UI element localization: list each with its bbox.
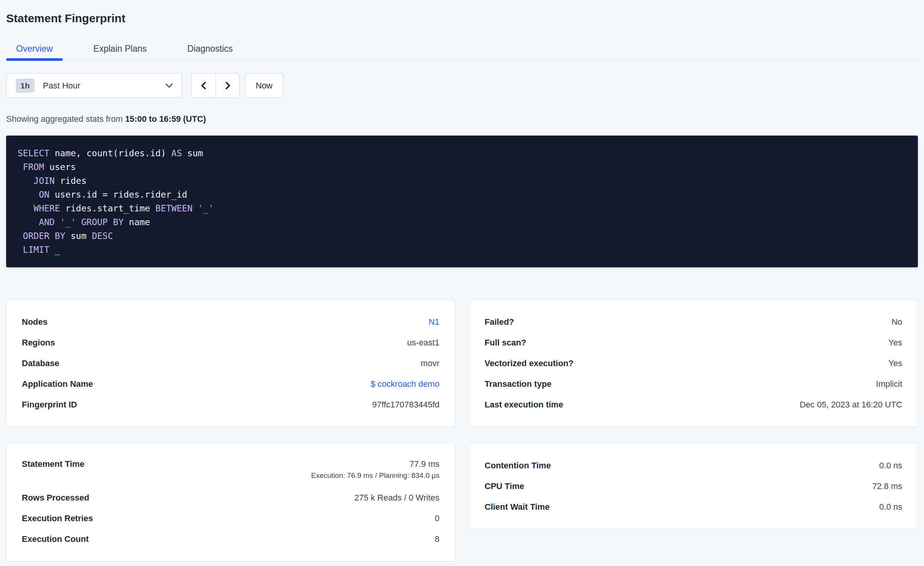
row-label: Full scan? bbox=[485, 338, 526, 348]
table-row: Client Wait Time 0.0 ns bbox=[485, 497, 902, 517]
row-label: Database bbox=[22, 358, 59, 368]
table-row: Regions us-east1 bbox=[22, 332, 439, 353]
sql-line: LIMIT _ bbox=[18, 243, 906, 257]
row-value: No bbox=[891, 317, 902, 327]
row-value: 0 bbox=[435, 514, 439, 523]
time-interval-badge: 1h bbox=[16, 79, 34, 93]
overview-card: Nodes N1 Regions us-east1 Database movr … bbox=[6, 300, 455, 427]
time-range-dropdown[interactable]: 1h Past Hour bbox=[6, 73, 182, 98]
tab-bar: Overview Explain Plans Diagnostics bbox=[6, 43, 918, 60]
table-row: Contention Time 0.0 ns bbox=[485, 455, 902, 476]
row-value: 275 k Reads / 0 Writes bbox=[354, 493, 439, 503]
row-value: movr bbox=[421, 358, 439, 368]
row-value: 0.0 ns bbox=[879, 461, 902, 471]
now-button[interactable]: Now bbox=[245, 73, 283, 98]
row-value: 97ffc170783445fd bbox=[372, 400, 439, 410]
row-value: Dec 05, 2023 at 16:20 UTC bbox=[800, 400, 902, 410]
row-value: Yes bbox=[888, 338, 902, 348]
next-interval-button[interactable] bbox=[215, 74, 239, 98]
row-subvalue: Execution: 76.9 ms / Planning: 834.0 µs bbox=[311, 470, 439, 481]
table-row: Last execution time Dec 05, 2023 at 16:2… bbox=[485, 394, 902, 415]
chevron-down-icon bbox=[165, 80, 173, 88]
chevron-right-icon bbox=[222, 82, 230, 90]
chevron-left-icon bbox=[201, 82, 209, 90]
row-label: Execution Retries bbox=[22, 514, 93, 523]
row-label: Rows Processed bbox=[22, 493, 89, 503]
row-label: Failed? bbox=[485, 317, 514, 327]
time-metrics-card: Contention Time 0.0 ns CPU Time 72.8 ms … bbox=[469, 443, 918, 529]
time-range-label: Past Hour bbox=[43, 81, 80, 91]
statement-fingerprint-page: Statement Fingerprint Overview Explain P… bbox=[0, 0, 924, 561]
table-row: CPU Time 72.8 ms bbox=[485, 476, 902, 497]
table-row: Rows Processed 275 k Reads / 0 Writes bbox=[22, 487, 439, 508]
row-label: Fingerprint ID bbox=[22, 400, 77, 410]
node-link[interactable]: N1 bbox=[429, 317, 439, 327]
row-label: Regions bbox=[22, 338, 55, 348]
row-label: Nodes bbox=[22, 317, 47, 327]
table-row: Full scan? Yes bbox=[485, 332, 902, 353]
table-row: Vectorized execution? Yes bbox=[485, 353, 902, 374]
row-label: CPU Time bbox=[485, 481, 524, 491]
time-toolbar: 1h Past Hour Now bbox=[6, 73, 918, 98]
row-value: Yes bbox=[888, 358, 902, 368]
row-label: Client Wait Time bbox=[485, 502, 550, 512]
detail-cards-grid: Nodes N1 Regions us-east1 Database movr … bbox=[6, 300, 918, 561]
row-value: 8 bbox=[435, 534, 439, 544]
row-value: 77.9 ms bbox=[410, 459, 439, 469]
aggregation-note: Showing aggregated stats from 15:00 to 1… bbox=[6, 114, 918, 124]
row-label: Transaction type bbox=[485, 379, 552, 389]
statement-stats-card: Statement Time 77.9 ms Execution: 76.9 m… bbox=[6, 443, 455, 561]
table-row: Execution Count 8 bbox=[22, 529, 439, 550]
row-label: Execution Count bbox=[22, 534, 89, 544]
sql-line: FROM users bbox=[18, 160, 906, 174]
row-label: Application Name bbox=[22, 379, 93, 389]
aggregation-note-prefix: Showing aggregated stats from bbox=[6, 114, 125, 124]
sql-line: JOIN rides bbox=[18, 174, 906, 188]
row-label: Vectorized execution? bbox=[485, 358, 573, 368]
table-row: Failed? No bbox=[485, 312, 902, 332]
row-label: Last execution time bbox=[485, 400, 563, 410]
row-value: us-east1 bbox=[407, 338, 439, 348]
table-row: Fingerprint ID 97ffc170783445fd bbox=[22, 394, 439, 415]
sql-line: ORDER BY sum DESC bbox=[18, 229, 906, 243]
app-name-link[interactable]: $ cockroach demo bbox=[371, 379, 439, 389]
tab-diagnostics[interactable]: Diagnostics bbox=[177, 43, 243, 59]
row-value: 0.0 ns bbox=[879, 502, 902, 512]
sql-line: WHERE rides.start_time BETWEEN '_' bbox=[18, 201, 906, 215]
aggregation-note-range: 15:00 to 16:59 (UTC) bbox=[125, 114, 206, 124]
row-label: Contention Time bbox=[485, 461, 551, 471]
table-row: Nodes N1 bbox=[22, 312, 439, 332]
table-row: Application Name $ cockroach demo bbox=[22, 374, 439, 394]
attributes-card: Failed? No Full scan? Yes Vectorized exe… bbox=[469, 300, 918, 427]
previous-interval-button[interactable] bbox=[192, 74, 215, 98]
page-title: Statement Fingerprint bbox=[6, 0, 918, 25]
tab-explain-plans[interactable]: Explain Plans bbox=[83, 43, 157, 59]
time-step-buttons bbox=[191, 73, 240, 98]
row-label: Statement Time bbox=[22, 459, 84, 469]
row-value: Implicit bbox=[876, 379, 902, 389]
sql-statement: SELECT name, count(rides.id) AS sum FROM… bbox=[6, 136, 918, 267]
tab-overview[interactable]: Overview bbox=[6, 43, 63, 59]
sql-line: SELECT name, count(rides.id) AS sum bbox=[18, 146, 906, 160]
row-value: 72.8 ms bbox=[872, 481, 902, 491]
table-row: Database movr bbox=[22, 353, 439, 374]
table-row: Transaction type Implicit bbox=[485, 374, 902, 394]
sql-line: ON users.id = rides.rider_id bbox=[18, 188, 906, 201]
table-row: Execution Retries 0 bbox=[22, 508, 439, 529]
sql-line: AND '_' GROUP BY name bbox=[18, 215, 906, 229]
table-row: Statement Time 77.9 ms Execution: 76.9 m… bbox=[22, 455, 439, 487]
